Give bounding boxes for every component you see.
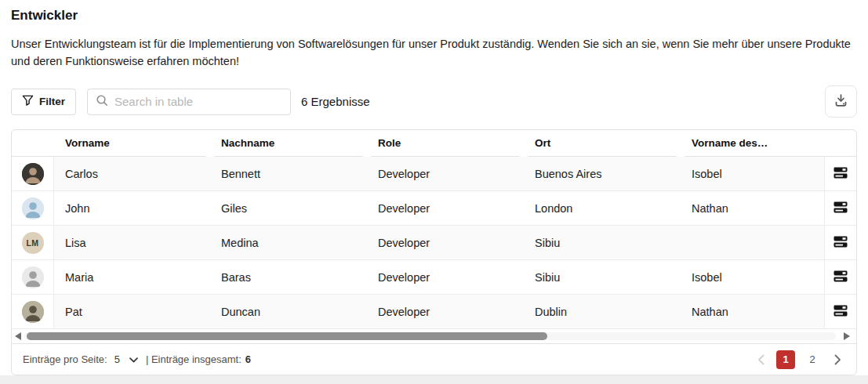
cell-vorname-des: Nathan [681, 295, 824, 328]
table-header-row: Vorname Nachname Role Ort Vorname des… [12, 130, 856, 157]
table-row[interactable]: LM Lisa Medina Developer Sibiu [12, 226, 856, 260]
per-page-value: 5 [114, 353, 120, 365]
pagination: 1 2 [753, 350, 845, 369]
pagination-next-button[interactable] [830, 352, 845, 368]
row-details-icon [833, 167, 848, 181]
page-description: Unser Entwicklungsteam ist für die Imple… [11, 36, 857, 70]
cell-role: Developer [367, 191, 524, 225]
row-details-icon [833, 305, 848, 319]
download-button[interactable] [825, 85, 857, 118]
per-page-select[interactable]: 5 [114, 353, 138, 365]
avatar: LM [22, 232, 44, 254]
table-row[interactable]: Maria Baras Developer Sibiu Isobel [12, 260, 856, 295]
cell-vorname-des [681, 226, 824, 259]
header-vorname-des[interactable]: Vorname des… [681, 130, 824, 156]
table-toolbar: Filter 6 Ergebnisse [11, 85, 857, 118]
table-row[interactable]: Carlos Bennett Developer Buenos Aires Is… [12, 157, 856, 191]
scroll-right-arrow-icon[interactable] [844, 332, 850, 340]
cell-vorname-des: Isobel [681, 260, 824, 294]
cell-vorname: Pat [54, 295, 210, 328]
cell-ort: Sibiu [524, 260, 681, 294]
expand-row-button[interactable] [824, 295, 856, 328]
row-details-icon [833, 236, 848, 250]
table-search[interactable] [87, 89, 291, 115]
row-details-icon [833, 201, 848, 216]
avatar [22, 163, 44, 185]
cell-ort: Buenos Aires [524, 157, 681, 190]
page-background-strip [0, 375, 868, 384]
cell-ort: London [524, 191, 681, 225]
avatar [22, 301, 44, 323]
filter-button[interactable]: Filter [11, 89, 76, 115]
per-page-label: Einträge pro Seite: [23, 353, 107, 365]
cell-vorname-des: Isobel [681, 157, 824, 190]
chevron-down-icon [129, 353, 138, 365]
horizontal-scrollbar [12, 329, 856, 343]
page: Entwickler Unser Entwicklungsteam ist fü… [0, 0, 868, 375]
expand-row-button[interactable] [824, 157, 856, 190]
avatar [22, 266, 44, 288]
pagination-prev-button[interactable] [753, 352, 768, 368]
cell-role: Developer [367, 157, 524, 190]
cell-role: Developer [367, 295, 524, 328]
expand-row-button[interactable] [824, 226, 856, 259]
cell-nachname: Duncan [210, 295, 367, 328]
cell-role: Developer [367, 260, 524, 294]
cell-nachname: Giles [210, 191, 367, 225]
expand-row-button[interactable] [824, 260, 856, 294]
funnel-icon [22, 95, 34, 108]
cell-vorname-des: Nathan [681, 191, 824, 225]
header-avatar-column [12, 130, 54, 156]
cell-nachname: Bennett [210, 157, 367, 190]
avatar-initials: LM [27, 238, 39, 248]
scrollbar-thumb[interactable] [27, 332, 547, 340]
header-vorname[interactable]: Vorname [54, 130, 210, 156]
cell-role: Developer [367, 226, 524, 259]
filter-button-label: Filter [39, 96, 65, 107]
avatar-cell [12, 260, 54, 294]
cell-vorname: Lisa [54, 226, 210, 259]
total-entries-label: | Einträge insgesamt: [146, 353, 242, 365]
cell-vorname: John [54, 191, 210, 225]
pagination-page-2[interactable]: 2 [803, 350, 822, 369]
cell-nachname: Medina [210, 226, 367, 259]
avatar-cell [12, 157, 54, 190]
header-actions-column [824, 130, 856, 156]
per-page-control: Einträge pro Seite: 5 [23, 353, 138, 365]
download-icon [833, 92, 849, 110]
avatar-cell [12, 295, 54, 328]
search-input[interactable] [114, 95, 282, 108]
table-row[interactable]: Pat Duncan Developer Dublin Nathan [12, 295, 856, 329]
table-widget: Vorname Nachname Role Ort Vorname des… C… [11, 129, 857, 375]
cell-vorname: Maria [54, 260, 210, 294]
results-count: 6 Ergebnisse [301, 95, 370, 108]
pagination-page-1[interactable]: 1 [776, 350, 795, 369]
cell-nachname: Baras [210, 260, 367, 294]
avatar-cell [12, 191, 54, 225]
page-title: Entwickler [11, 7, 857, 24]
avatar [22, 197, 44, 219]
total-entries-value: 6 [245, 353, 251, 365]
expand-row-button[interactable] [824, 191, 856, 225]
table-row[interactable]: John Giles Developer London Nathan [12, 191, 856, 226]
scroll-left-arrow-icon[interactable] [15, 332, 21, 340]
header-nachname[interactable]: Nachname [210, 130, 367, 156]
header-role[interactable]: Role [367, 130, 524, 156]
search-icon [96, 94, 108, 110]
cell-vorname: Carlos [54, 157, 210, 190]
row-details-icon [833, 270, 848, 284]
cell-ort: Sibiu [524, 226, 681, 259]
header-ort[interactable]: Ort [524, 130, 681, 156]
cell-ort: Dublin [524, 295, 681, 328]
table-footer: Einträge pro Seite: 5 | Einträge insgesa… [12, 343, 856, 375]
avatar-cell: LM [12, 226, 54, 259]
